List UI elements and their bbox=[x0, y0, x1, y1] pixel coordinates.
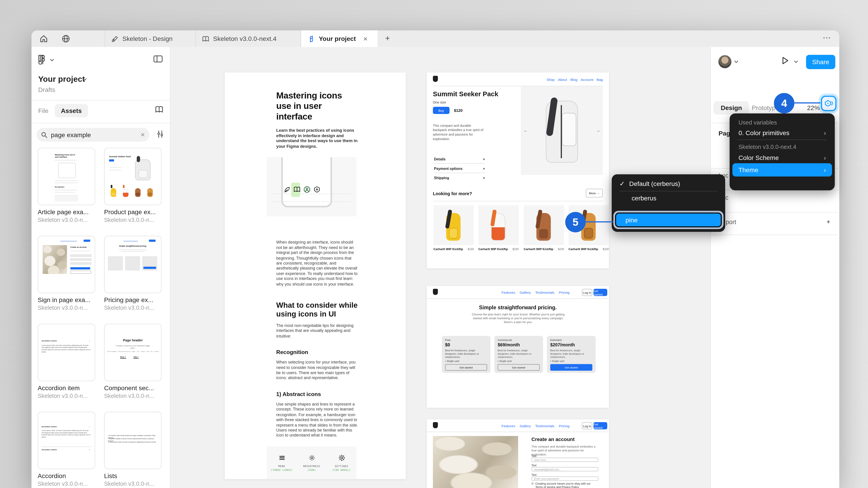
submenu-chevron-icon: › bbox=[824, 154, 826, 161]
accordion-details[interactable]: Details+ bbox=[434, 157, 485, 161]
filter-icon[interactable] bbox=[157, 130, 164, 138]
chevron-down-icon[interactable] bbox=[50, 59, 54, 61]
figma-logo-icon[interactable] bbox=[38, 55, 45, 65]
variables-menu: Used variables 0. Color primitives› Skel… bbox=[730, 113, 835, 190]
nav-link[interactable]: Pricing bbox=[559, 291, 569, 294]
plan-cta-button[interactable]: Get started bbox=[498, 364, 540, 371]
avatar[interactable] bbox=[718, 55, 732, 68]
present-play-icon[interactable] bbox=[782, 57, 789, 65]
step-badge-4: 4 bbox=[774, 93, 795, 113]
sun-icon bbox=[308, 454, 315, 461]
accordion-shipping[interactable]: Shipping+ bbox=[434, 176, 485, 180]
related-product-card[interactable]: Carhartt WIP Kickflip$230 bbox=[478, 205, 519, 251]
chevron-down-icon[interactable] bbox=[734, 60, 739, 63]
add-icon[interactable]: + bbox=[827, 218, 830, 226]
share-button[interactable]: Share bbox=[806, 55, 835, 69]
home-icon[interactable] bbox=[39, 34, 48, 43]
nav-link[interactable]: Features bbox=[502, 424, 515, 428]
new-tab-button[interactable]: + bbox=[385, 34, 390, 42]
canvas-frame-article[interactable]: Mastering icons use in user interface Le… bbox=[225, 72, 406, 479]
asset-library: Skeleton v3.0.0-n... bbox=[38, 304, 95, 311]
tab-design[interactable]: Design bbox=[714, 101, 749, 115]
plan-cta-button[interactable]: Get started bbox=[550, 364, 592, 371]
asset-title: Product page ex... bbox=[104, 208, 162, 215]
asset-card-pricing-page[interactable]: Simple straightforward pricing. Pricing … bbox=[104, 236, 162, 311]
nav-link[interactable]: Shop bbox=[547, 77, 555, 81]
toggle-sidebar-icon[interactable] bbox=[153, 55, 163, 63]
design-canvas[interactable]: Mastering icons use in user interface Le… bbox=[170, 47, 710, 488]
nav-link[interactable]: Testimonials bbox=[535, 424, 555, 428]
clear-search-icon[interactable]: ✕ bbox=[141, 132, 145, 138]
get-started-button[interactable]: Get started bbox=[593, 289, 607, 296]
window-more-icon[interactable]: ⋯ bbox=[823, 33, 831, 42]
asset-thumbnail: Simple straightforward pricing. bbox=[104, 236, 162, 293]
check-icon: ✓ bbox=[619, 180, 625, 188]
pricing-subtitle: Choose the plan that's right for your br… bbox=[468, 313, 568, 324]
search-input[interactable]: page example ✕ bbox=[37, 128, 150, 142]
asset-card-accordion[interactable]: Accordion control – Lorem ipsum dolor, s… bbox=[38, 412, 95, 487]
nav-link[interactable]: About bbox=[558, 77, 567, 81]
menu-item-color-scheme[interactable]: Color Scheme› bbox=[730, 154, 835, 161]
project-title[interactable]: Your project bbox=[38, 75, 85, 84]
name-field[interactable]: John Doe... bbox=[531, 457, 598, 462]
terms-checkbox[interactable] bbox=[531, 483, 534, 485]
badge5-connector bbox=[585, 221, 613, 223]
nav-link[interactable]: Features bbox=[502, 291, 515, 294]
close-icon[interactable]: ✕ bbox=[363, 36, 368, 42]
zoom-level[interactable]: 22% bbox=[807, 105, 820, 111]
asset-card-lists[interactable]: • Id maxime optio soluta placeat ea eaqu… bbox=[104, 412, 162, 487]
menu-item-color-primitives[interactable]: 0. Color primitives› bbox=[730, 129, 835, 136]
asset-card-accordion-item[interactable]: Accordion control – Lorem ipsum dolor, s… bbox=[38, 324, 95, 399]
library-book-icon[interactable] bbox=[155, 106, 164, 113]
search-icon bbox=[41, 131, 48, 138]
signup-title: Create an account bbox=[531, 436, 575, 442]
asset-card-article-page[interactable]: Mastering icons use in user interface Re… bbox=[38, 148, 95, 223]
nav-link[interactable]: Gallery bbox=[520, 291, 531, 294]
tab-skeleton-library[interactable]: Skeleton v3.0.0-next.4 bbox=[195, 31, 301, 47]
tab-skeleton-design[interactable]: Skeleton - Design bbox=[105, 31, 195, 47]
nav-link[interactable]: Bag bbox=[596, 77, 602, 81]
page-variables-button[interactable] bbox=[821, 96, 837, 111]
left-sidebar: Your project Drafts File Assets page exa… bbox=[32, 47, 170, 488]
tab-assets[interactable]: Assets bbox=[55, 104, 88, 117]
canvas-frame-signup[interactable]: Features Gallery Testimonials Pricing Lo… bbox=[427, 419, 609, 488]
tab-your-project[interactable]: Your project ✕ bbox=[301, 31, 377, 47]
more-button[interactable]: More → bbox=[586, 189, 603, 197]
password-field[interactable]: Enter your password... bbox=[531, 477, 598, 481]
globe-icon[interactable] bbox=[61, 34, 70, 43]
plan-cta-button[interactable]: Get started bbox=[445, 364, 487, 371]
nav-link[interactable]: Pricing bbox=[559, 424, 569, 428]
nav-link[interactable]: Blog bbox=[570, 77, 577, 81]
asset-card-signin-page[interactable]: Create an account Sign in page exa... Sk… bbox=[38, 236, 95, 311]
asset-title: Article page exa... bbox=[38, 208, 95, 215]
menu-item-default-theme[interactable]: ✓ Default (cerberus) bbox=[612, 180, 725, 188]
canvas-frame-product[interactable]: Shop About Blog Account Bag Summit Seeke… bbox=[427, 72, 609, 268]
menu-item-theme[interactable]: Theme› bbox=[733, 163, 832, 176]
asset-card-product-page[interactable]: Summit Seeker Pack Product page ex... bbox=[104, 148, 162, 223]
related-product-card[interactable]: Carhartt WIP Kickflip$230 bbox=[524, 205, 564, 251]
submenu-chevron-icon: › bbox=[824, 166, 826, 173]
accordion-payment[interactable]: Payment options+ bbox=[434, 166, 485, 170]
menu-item-cerberus[interactable]: cerberus bbox=[612, 195, 725, 201]
buy-button[interactable]: Buy bbox=[433, 107, 450, 114]
signup-subtitle: This compact and durable backpack embodi… bbox=[531, 445, 598, 456]
article-heading: 1) Abstract icons bbox=[276, 391, 358, 397]
menu-item-pine[interactable]: pine bbox=[615, 213, 722, 227]
article-paragraph: When selecting icons for your interface,… bbox=[276, 360, 358, 381]
chevron-down-icon[interactable] bbox=[83, 78, 87, 80]
canvas-frame-pricing[interactable]: Features Gallery Testimonials Pricing Lo… bbox=[427, 286, 609, 408]
chevron-down-icon[interactable] bbox=[794, 60, 798, 63]
carousel-next-icon[interactable]: → bbox=[596, 128, 600, 132]
related-product-card[interactable]: Carhartt WIP Kickflip$230 bbox=[434, 205, 474, 251]
nav-link[interactable]: Testimonials bbox=[535, 291, 555, 294]
nav-link[interactable]: Gallery bbox=[520, 424, 531, 428]
get-started-button[interactable]: Get started bbox=[593, 422, 607, 429]
nav-link[interactable]: Account bbox=[581, 77, 593, 81]
menu-section-header: Skeleton v3.0.0-next.4 bbox=[730, 143, 835, 150]
email-field[interactable]: example@gmail.com... bbox=[531, 467, 598, 471]
tab-file[interactable]: File bbox=[38, 107, 49, 114]
login-button[interactable]: Log in bbox=[582, 289, 592, 296]
asset-card-component-section[interactable]: Page header Provides a robust set of non… bbox=[104, 324, 162, 399]
login-button[interactable]: Log in bbox=[582, 422, 592, 429]
carousel-prev-icon[interactable]: ← bbox=[524, 128, 528, 132]
